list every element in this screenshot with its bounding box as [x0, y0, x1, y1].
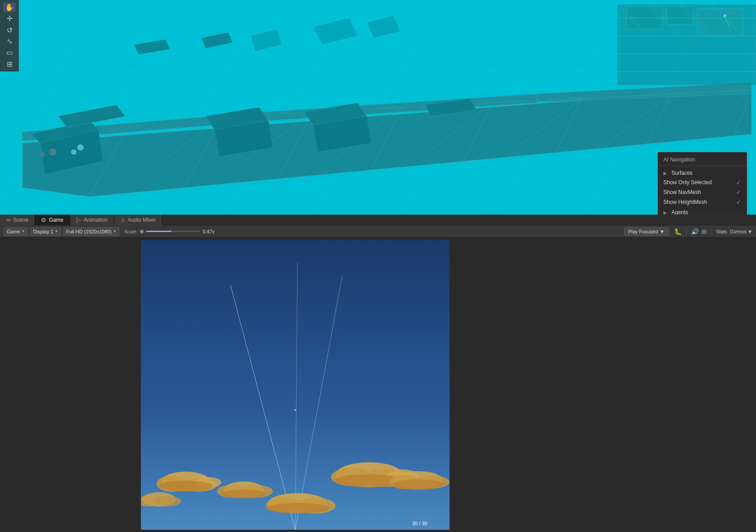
show-only-selected-check: ✓ [736, 179, 741, 186]
gizmos-label: Gizmos [730, 229, 747, 234]
svg-point-61 [71, 149, 76, 155]
tab-bar: ∞ Scene ⊙ Game ▷ Animation ♫ Audio Mixer [0, 215, 756, 225]
audio-mixer-tab-label: Audio Mixer [127, 217, 156, 223]
show-heightmesh-item[interactable]: Show HeightMesh ✓ [658, 197, 747, 207]
play-focused-button[interactable]: Play Focused ▼ [624, 227, 669, 236]
game-tab-label: Game [49, 217, 64, 223]
surfaces-item[interactable]: ▶ Surfaces [658, 169, 747, 177]
agents-item[interactable]: ▶ Agents [658, 208, 747, 215]
bug-icon[interactable]: 🐛 [674, 228, 682, 235]
display-dropdown-caret: ▼ [55, 229, 58, 233]
svg-point-112 [154, 496, 181, 507]
audio-mixer-tab-icon: ♫ [120, 216, 125, 223]
animation-tab-icon: ▷ [76, 216, 81, 223]
transform-tool-button[interactable]: ⊞ [3, 59, 16, 69]
frame-counter-text: 30 / 30 [412, 521, 427, 526]
scene-tab-icon: ∞ [6, 216, 10, 223]
agents-label: Agents [671, 209, 688, 215]
svg-point-105 [392, 479, 444, 490]
show-heightmesh-check: ✓ [736, 198, 741, 206]
game-dropdown-label: Game [7, 229, 20, 234]
scale-tool-button[interactable]: ⤡ [3, 37, 16, 46]
play-focused-label: Play Focused [628, 229, 658, 234]
svg-point-87 [294, 409, 296, 411]
scene-toolbar: ✋ ✛ ↺ ⤡ ▭ ⊞ [0, 0, 19, 72]
resolution-dropdown[interactable]: Full HD (1920x1080) ▼ [63, 227, 119, 236]
scale-slider-container: 0.47x [140, 229, 215, 234]
game-toolbar-right: 🐛 🔊 ⊞ Stats Gizmos ▼ [674, 228, 752, 235]
show-navmesh-label: Show NavMesh [663, 189, 701, 195]
move-tool-button[interactable]: ✛ [3, 14, 16, 23]
rotate-tool-button[interactable]: ↺ [3, 25, 16, 35]
show-only-selected-label: Show Only Selected [663, 179, 712, 186]
ai-navigation-panel: AI Navigation ▶ Surfaces Show Only Selec… [658, 152, 747, 215]
hand-tool-button[interactable]: ✋ [3, 3, 16, 12]
play-focused-caret: ▼ [660, 229, 665, 234]
distant-structures [617, 4, 756, 85]
svg-point-109 [266, 503, 329, 514]
agents-arrow: ▶ [663, 210, 667, 215]
volume-icon[interactable]: 🔊 [691, 228, 699, 235]
gizmos-button[interactable]: Gizmos ▼ [730, 229, 752, 234]
game-dropdown[interactable]: Game ▼ [4, 227, 28, 236]
game-dropdown-caret: ▼ [21, 229, 25, 233]
tab-audio-mixer[interactable]: ♫ Audio Mixer [114, 215, 162, 225]
toolbar-separator-2 [711, 228, 712, 235]
tab-scene[interactable]: ∞ Scene [0, 215, 35, 225]
scene-tab-label: Scene [13, 217, 28, 223]
display-dropdown-label: Display 1 [33, 229, 53, 234]
show-navmesh-item[interactable]: Show NavMesh ✓ [658, 187, 747, 197]
svg-rect-64 [667, 7, 693, 25]
svg-point-92 [159, 481, 212, 491]
svg-point-59 [40, 152, 45, 157]
game-view[interactable]: 30 / 30 [0, 238, 756, 532]
toolbar-separator-1 [686, 228, 687, 235]
game-canvas: 30 / 30 [141, 240, 450, 530]
scale-label: Scale [124, 229, 136, 234]
show-heightmesh-label: Show HeightMesh [663, 199, 707, 205]
scene-view[interactable]: ✋ ✛ ↺ ⤡ ▭ ⊞ AI Navigation ▶ Surfaces Sho… [0, 0, 756, 215]
tab-game[interactable]: ⊙ Game [35, 215, 70, 225]
game-tab-icon: ⊙ [41, 216, 46, 223]
grid-icon[interactable]: ⊞ [701, 228, 707, 235]
svg-point-60 [77, 144, 84, 151]
surfaces-label: Surfaces [671, 170, 692, 176]
resolution-dropdown-caret: ▼ [113, 229, 117, 233]
svg-rect-65 [698, 9, 743, 36]
show-only-selected-item[interactable]: Show Only Selected ✓ [658, 177, 747, 187]
gizmos-caret: ▼ [748, 229, 752, 234]
resolution-dropdown-label: Full HD (1920x1080) [66, 229, 112, 234]
show-navmesh-check: ✓ [736, 189, 741, 196]
svg-point-58 [49, 148, 56, 156]
stats-button[interactable]: Stats [716, 229, 727, 234]
ai-nav-title: AI Navigation [658, 155, 747, 166]
svg-point-82 [723, 14, 726, 17]
scale-dot [140, 230, 144, 233]
display-dropdown[interactable]: Display 1 ▼ [30, 227, 61, 236]
scale-track[interactable] [146, 231, 200, 232]
svg-point-96 [221, 490, 266, 498]
game-toolbar: Game ▼ Display 1 ▼ Full HD (1920x1080) ▼… [0, 225, 756, 238]
scene-grid [0, 0, 756, 215]
animation-tab-label: Animation [84, 217, 107, 223]
rect-tool-button[interactable]: ▭ [3, 48, 16, 57]
surfaces-section: ▶ Surfaces Show Only Selected ✓ Show Nav… [658, 168, 747, 208]
scale-value: 0.47x [203, 229, 215, 234]
surfaces-arrow: ▶ [663, 171, 667, 176]
tab-animation[interactable]: ▷ Animation [70, 215, 114, 225]
